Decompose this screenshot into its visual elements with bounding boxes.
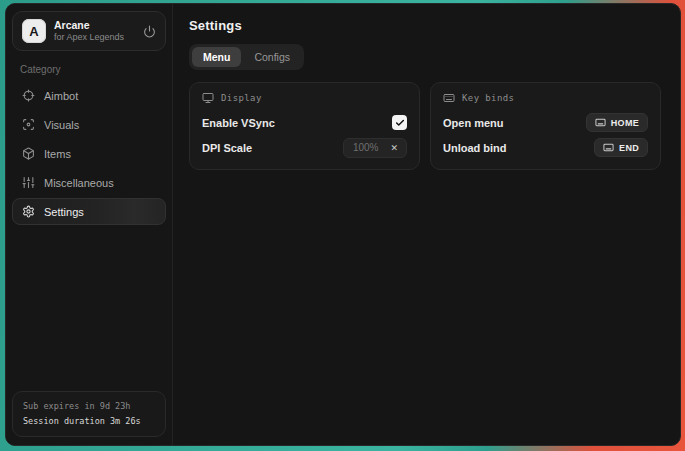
vsync-row: Enable VSync	[202, 111, 407, 134]
app-window: A Arcane for Apex Legends Category Aimbo…	[5, 3, 681, 446]
monitor-icon	[202, 92, 214, 104]
sidebar-item-visuals[interactable]: Visuals	[12, 111, 166, 138]
sidebar-item-miscellaneous[interactable]: Miscellaneous	[12, 169, 166, 196]
tab-group: Menu Configs	[189, 44, 304, 70]
open-menu-key: HOME	[611, 118, 639, 128]
sidebar-item-items[interactable]: Items	[12, 140, 166, 167]
sidebar-item-label: Settings	[44, 206, 84, 218]
unload-bind-label: Unload bind	[443, 142, 507, 154]
sidebar-item-label: Miscellaneous	[44, 177, 114, 189]
crosshair-icon	[22, 89, 35, 102]
tab-configs[interactable]: Configs	[243, 47, 301, 67]
app-subtitle: for Apex Legends	[54, 32, 135, 43]
dpi-label: DPI Scale	[202, 142, 252, 154]
main-content: Settings Menu Configs Display Enable VSy…	[173, 4, 680, 445]
category-label: Category	[20, 64, 158, 75]
open-menu-label: Open menu	[443, 117, 504, 129]
subscription-info: Sub expires in 9d 23h Session duration 3…	[12, 391, 166, 437]
keybinds-card-header: Key binds	[443, 92, 648, 104]
sidebar-item-label: Visuals	[44, 119, 79, 131]
sidebar-item-label: Aimbot	[44, 90, 78, 102]
gear-icon	[22, 205, 35, 218]
sliders-icon	[22, 176, 35, 189]
category-nav: Aimbot Visuals Items Miscellaneous	[12, 82, 166, 225]
display-card-header: Display	[202, 92, 407, 104]
eye-scan-icon	[22, 118, 35, 131]
session-duration-text: Session duration 3m 26s	[23, 414, 155, 428]
power-icon[interactable]	[143, 25, 156, 38]
sidebar-item-settings[interactable]: Settings	[12, 198, 166, 225]
app-header: A Arcane for Apex Legends	[12, 11, 166, 51]
sub-expiry-text: Sub expires in 9d 23h	[23, 399, 155, 413]
unload-bind-keybind[interactable]: END	[594, 138, 648, 157]
sidebar-item-aimbot[interactable]: Aimbot	[12, 82, 166, 109]
vsync-label: Enable VSync	[202, 117, 275, 129]
open-menu-row: Open menu HOME	[443, 111, 648, 134]
keybinds-card-title: Key binds	[462, 93, 514, 103]
dpi-scale-input[interactable]: 100%	[344, 142, 388, 153]
app-meta: Arcane for Apex Legends	[54, 19, 135, 43]
vsync-checkbox[interactable]	[392, 115, 407, 130]
page-title: Settings	[189, 18, 664, 33]
check-icon	[395, 118, 405, 128]
keyboard-icon	[443, 92, 455, 104]
dpi-control: 100% ✕	[343, 138, 407, 158]
settings-cards: Display Enable VSync DPI Scale 100% ✕	[189, 82, 664, 170]
tab-menu[interactable]: Menu	[192, 47, 241, 67]
dpi-clear-button[interactable]: ✕	[387, 138, 406, 158]
unload-bind-row: Unload bind END	[443, 136, 648, 159]
sidebar-item-label: Items	[44, 148, 71, 160]
cube-icon	[22, 147, 35, 160]
unload-bind-key: END	[619, 143, 639, 153]
open-menu-keybind[interactable]: HOME	[586, 113, 648, 132]
keybinds-card: Key binds Open menu HOME Unload bind	[430, 82, 661, 170]
dpi-row: DPI Scale 100% ✕	[202, 136, 407, 159]
keyboard-icon	[595, 117, 606, 128]
app-name: Arcane	[54, 19, 135, 32]
sidebar: A Arcane for Apex Legends Category Aimbo…	[6, 4, 173, 445]
display-card: Display Enable VSync DPI Scale 100% ✕	[189, 82, 420, 170]
app-logo: A	[22, 19, 46, 43]
display-card-title: Display	[221, 93, 262, 103]
keyboard-icon	[603, 142, 614, 153]
